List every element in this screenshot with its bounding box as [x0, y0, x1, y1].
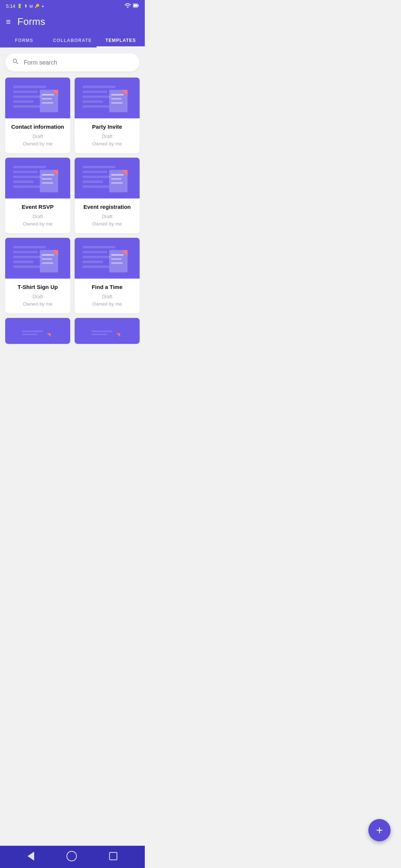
- svg-rect-22: [111, 98, 122, 99]
- dot-icon: ●: [42, 4, 43, 8]
- svg-rect-48: [13, 246, 46, 249]
- header: ≡ Forms: [0, 11, 145, 33]
- svg-rect-4: [13, 86, 46, 88]
- tab-forms[interactable]: FORMS: [0, 33, 48, 47]
- card-title-2: Party Invite: [78, 124, 136, 130]
- svg-rect-19: [83, 105, 110, 108]
- card-title-4: Event registration: [78, 204, 136, 210]
- card-title-5: T-Shirt Sign Up: [9, 284, 66, 290]
- card-thumbnail-6: [75, 238, 140, 279]
- svg-rect-64: [109, 250, 128, 273]
- key-icon: 🔑: [35, 4, 40, 9]
- card-thumbnail-8: [75, 318, 140, 344]
- card-title-1: Contact information: [9, 124, 66, 130]
- svg-rect-67: [111, 262, 123, 264]
- svg-rect-1: [138, 5, 139, 7]
- svg-rect-59: [83, 246, 115, 249]
- svg-rect-56: [42, 262, 53, 264]
- sim-icon: 🔋: [17, 4, 22, 9]
- svg-rect-70: [22, 331, 43, 332]
- page-title: Forms: [17, 16, 45, 27]
- svg-rect-55: [42, 258, 52, 260]
- search-box: [5, 53, 140, 72]
- svg-rect-74: [92, 331, 113, 332]
- svg-rect-31: [40, 170, 58, 193]
- card-status-1: Draft Owned by me: [9, 133, 66, 147]
- svg-rect-50: [13, 256, 42, 258]
- svg-rect-65: [111, 254, 124, 256]
- tab-templates[interactable]: TEMPLATES: [97, 33, 145, 47]
- card-find-a-time[interactable]: Find a Time Draft Owned by me: [75, 238, 140, 313]
- battery-icon: [133, 3, 139, 9]
- svg-rect-44: [111, 178, 122, 180]
- card-title-6: Find a Time: [78, 284, 136, 290]
- svg-rect-40: [83, 181, 103, 183]
- svg-rect-34: [42, 182, 53, 184]
- svg-rect-49: [13, 251, 38, 253]
- search-icon: [12, 58, 19, 67]
- svg-rect-39: [83, 175, 111, 178]
- status-time: 5:14: [6, 3, 15, 9]
- svg-rect-37: [83, 166, 115, 168]
- upload-icon: ⬆: [24, 4, 27, 9]
- svg-rect-71: [22, 333, 38, 335]
- svg-rect-61: [83, 256, 111, 258]
- card-event-registration[interactable]: Event registration Draft Owned by me: [75, 158, 140, 233]
- card-body-4: Event registration Draft Owned by me: [75, 198, 140, 233]
- card-body-3: Event RSVP Draft Owned by me: [5, 198, 70, 233]
- svg-rect-38: [83, 171, 107, 173]
- card-body-2: Party Invite Draft Owned by me: [75, 118, 140, 153]
- tab-collaborate[interactable]: COLLABORATE: [48, 33, 97, 47]
- status-left: 5:14 🔋 ⬆ M 🔑 ●: [6, 3, 44, 9]
- card-8[interactable]: [75, 318, 140, 344]
- card-thumbnail-2: [75, 78, 140, 118]
- card-thumbnail-4: [75, 158, 140, 198]
- card-thumbnail-3: [5, 158, 70, 198]
- svg-rect-2: [134, 4, 137, 7]
- wifi-icon: [124, 3, 131, 9]
- svg-rect-30: [13, 185, 40, 188]
- card-event-rsvp[interactable]: Event RSVP Draft Owned by me: [5, 158, 70, 233]
- card-7[interactable]: [5, 318, 70, 344]
- card-title-3: Event RSVP: [9, 204, 66, 210]
- svg-rect-66: [111, 258, 122, 260]
- svg-rect-51: [13, 261, 34, 263]
- status-right: [124, 3, 139, 9]
- tab-bar: FORMS COLLABORATE TEMPLATES: [0, 33, 145, 47]
- card-status-6: Draft Owned by me: [78, 293, 136, 308]
- svg-rect-7: [13, 101, 34, 103]
- gmail-icon: M: [29, 4, 33, 9]
- card-status-5: Draft Owned by me: [9, 293, 66, 308]
- search-input[interactable]: [24, 59, 133, 66]
- svg-rect-17: [83, 95, 111, 98]
- svg-rect-41: [83, 185, 110, 188]
- svg-rect-63: [83, 266, 110, 268]
- card-body-6: Find a Time Draft Owned by me: [75, 279, 140, 313]
- svg-rect-27: [13, 171, 38, 173]
- card-body-1: Contact information Draft Owned by me: [5, 118, 70, 153]
- svg-rect-15: [83, 86, 115, 88]
- card-tshirt-signup[interactable]: T-Shirt Sign Up Draft Owned by me: [5, 238, 70, 313]
- svg-rect-16: [83, 91, 107, 93]
- svg-rect-60: [83, 251, 107, 253]
- svg-rect-8: [13, 105, 40, 108]
- card-contact-information[interactable]: Contact information Draft Owned by me: [5, 78, 70, 153]
- svg-rect-10: [42, 94, 54, 95]
- svg-rect-5: [13, 91, 38, 93]
- card-status-2: Draft Owned by me: [78, 133, 136, 147]
- svg-rect-75: [92, 333, 107, 335]
- card-status-3: Draft Owned by me: [9, 213, 66, 227]
- card-thumbnail-5: [5, 238, 70, 279]
- svg-rect-43: [111, 174, 124, 175]
- svg-rect-62: [83, 261, 103, 263]
- card-party-invite[interactable]: Party Invite Draft Owned by me: [75, 78, 140, 153]
- card-thumbnail-7: [5, 318, 70, 344]
- svg-rect-52: [13, 266, 40, 268]
- svg-rect-21: [111, 94, 124, 95]
- menu-icon[interactable]: ≡: [6, 17, 11, 27]
- svg-rect-32: [42, 174, 54, 175]
- svg-rect-29: [13, 181, 34, 183]
- svg-rect-11: [42, 98, 52, 99]
- svg-rect-18: [83, 101, 103, 103]
- card-body-5: T-Shirt Sign Up Draft Owned by me: [5, 279, 70, 313]
